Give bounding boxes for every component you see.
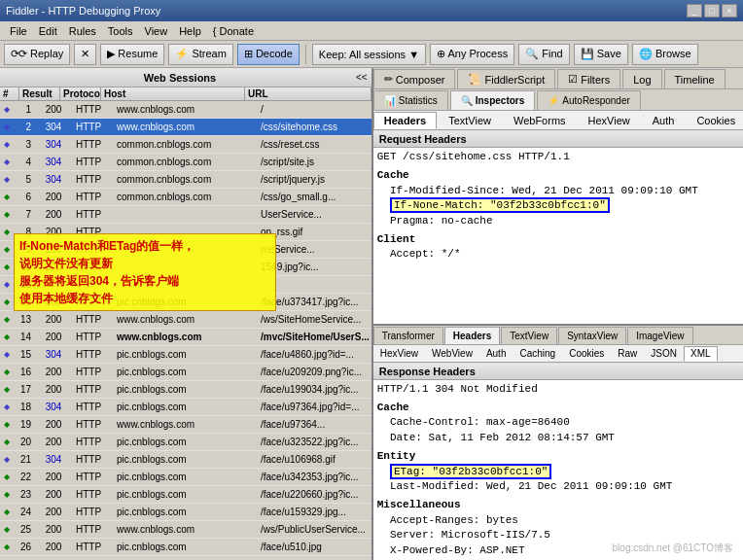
cell-result: 200 <box>33 437 74 447</box>
cell-result: 200 <box>33 192 74 202</box>
cell-protocol: HTTP <box>74 472 115 482</box>
cell-host: www.cnblogs.com <box>115 122 259 132</box>
table-row[interactable]: ◆ 7 200 HTTP UserService... <box>0 206 372 224</box>
save-button[interactable]: 💾 Save <box>574 44 628 65</box>
cell-url: /css/reset.css <box>259 139 372 150</box>
req-tab-webforms[interactable]: WebForms <box>503 112 577 129</box>
resp-tab-auth[interactable]: Auth <box>479 346 513 362</box>
cell-protocol: HTTP <box>74 454 115 465</box>
cell-host: www.cnblogs.com <box>115 524 259 535</box>
cell-protocol: HTTP <box>74 349 115 360</box>
menu-rules[interactable]: Rules <box>63 24 102 38</box>
table-row[interactable]: ◆ 4 304 HTTP common.cnblogs.com /script/… <box>0 154 372 171</box>
table-row[interactable]: ◆ 13 200 HTTP www.cnblogs.com /ws/SiteHo… <box>0 311 372 329</box>
find-button[interactable]: 🔍 Find <box>518 44 569 65</box>
cell-num: 7 <box>14 209 33 220</box>
resp-tab-textview[interactable]: TextView <box>501 327 557 344</box>
tab-log[interactable]: Log <box>622 69 661 88</box>
table-row[interactable]: ◆ 5 304 HTTP common.cnblogs.com /script/… <box>0 171 372 189</box>
stream-button[interactable]: ⚡ Stream <box>168 44 233 65</box>
table-row[interactable]: ◆ 24 200 HTTP pic.cnblogs.com /face/u159… <box>0 504 372 521</box>
table-row[interactable]: ◆ 14 200 HTTP www.cnblogs.com /mvc/SiteH… <box>0 329 372 346</box>
table-row[interactable]: ◆ 6 200 HTTP common.cnblogs.com /css/go_… <box>0 189 372 206</box>
req-tab-headers[interactable]: Headers <box>373 112 437 129</box>
table-row[interactable]: ◆ 21 304 HTTP pic.cnblogs.com /face/u106… <box>0 451 372 469</box>
row-icon: ◆ <box>0 438 14 446</box>
decode-button[interactable]: ⊞ Decode <box>237 44 300 65</box>
menu-edit[interactable]: Edit <box>33 24 63 38</box>
resume-button[interactable]: ▶ Resume <box>100 44 164 65</box>
req-pragma: Pragma: no-cache <box>377 214 743 228</box>
row-icon: ◆ <box>0 262 14 271</box>
keep-sessions-button[interactable]: Keep: All sessions ▼ <box>312 44 426 65</box>
tab-fiddlerscript[interactable]: 📜 FiddlerScript <box>457 69 555 88</box>
table-row[interactable]: ◆ 2 304 HTTP www.cnblogs.com /css/siteho… <box>0 119 372 136</box>
req-tab-auth[interactable]: Auth <box>642 112 686 129</box>
table-row[interactable]: ◆ 23 200 HTTP pic.cnblogs.com /face/u220… <box>0 486 372 504</box>
resp-status-line: HTTP/1.1 304 Not Modified <box>377 382 743 397</box>
any-process-button[interactable]: ⊕ Any Process <box>430 44 514 65</box>
tab-composer[interactable]: ✏ Composer <box>373 69 456 88</box>
window-controls[interactable]: _ □ × <box>687 4 737 18</box>
row-icon: ◆ <box>0 298 14 306</box>
table-row[interactable]: ◆ 15 304 HTTP pic.cnblogs.com /face/u486… <box>0 346 372 364</box>
response-sub-tabs: HexView WebView Auth Caching Cookies Raw… <box>373 345 743 363</box>
table-row[interactable]: ◆ 16 200 HTTP pic.cnblogs.com /face/u209… <box>0 364 372 381</box>
menu-help[interactable]: Help <box>173 24 207 38</box>
resp-tab-raw[interactable]: Raw <box>611 346 644 362</box>
table-row[interactable]: ◆ 3 304 HTTP common.cnblogs.com /css/res… <box>0 136 372 154</box>
tab-timeline[interactable]: Timeline <box>664 69 725 88</box>
menu-view[interactable]: View <box>139 24 174 38</box>
menu-tools[interactable]: Tools <box>102 24 139 38</box>
resp-tab-webview[interactable]: WebView <box>425 346 479 362</box>
resp-tab-syntaxview[interactable]: SyntaxView <box>558 327 626 344</box>
browse-button[interactable]: 🌐 Browse <box>632 44 698 65</box>
menu-donate[interactable]: { Donate <box>207 24 260 38</box>
table-row[interactable]: ◆ 17 200 HTTP pic.cnblogs.com /face/u199… <box>0 381 372 399</box>
maximize-button[interactable]: □ <box>704 4 720 18</box>
collapse-arrow[interactable]: << <box>356 72 368 83</box>
resp-tab-transformer[interactable]: Transformer <box>373 327 443 344</box>
resp-tab-hexview[interactable]: HexView <box>373 346 425 362</box>
table-row[interactable]: ◆ 18 304 HTTP pic.cnblogs.com /face/u973… <box>0 399 372 416</box>
cell-host: pic.cnblogs.com <box>115 437 259 447</box>
row-icon: ◆ <box>0 175 14 184</box>
minimize-button[interactable]: _ <box>687 4 702 18</box>
resp-tab-imageview[interactable]: ImageView <box>627 327 692 344</box>
resp-tab-caching[interactable]: Caching <box>513 346 562 362</box>
table-row[interactable]: ◆ 26 200 HTTP pic.cnblogs.com /face/u510… <box>0 539 372 556</box>
resp-tab-xml[interactable]: XML <box>684 346 718 362</box>
resp-tab-headers[interactable]: Headers <box>444 327 500 344</box>
cell-url: /mvc/SiteHome/UserS... <box>259 332 372 342</box>
toolbar: ⟳ ⟳ Replay ✕ ▶ Resume ⚡ Stream ⊞ Decode … <box>0 41 743 68</box>
cell-protocol: HTTP <box>74 209 115 220</box>
replay-button[interactable]: ⟳ ⟳ Replay <box>4 44 70 65</box>
request-sub-tabs: Headers TextView WebForms HexView Auth C… <box>373 111 743 130</box>
req-tab-cookies[interactable]: Cookies <box>686 112 743 129</box>
delete-button[interactable]: ✕ <box>74 44 96 65</box>
resp-tab-cookies[interactable]: Cookies <box>562 346 611 362</box>
annotation-overlay: If-None-Match和ETag的值一样， 说明文件没有更新 服务器将返回3… <box>14 233 276 311</box>
menu-file[interactable]: File <box>4 24 33 38</box>
tab-inspectors[interactable]: 🔍 Inspectors <box>450 90 536 110</box>
table-row[interactable]: ◆ 20 200 HTTP pic.cnblogs.com /face/u323… <box>0 434 372 451</box>
cell-result: 200 <box>33 104 74 115</box>
tab-statistics[interactable]: 📊 Statistics <box>373 90 448 110</box>
cell-num: 24 <box>14 507 33 517</box>
resp-tab-json[interactable]: JSON <box>644 346 684 362</box>
req-tab-hexview[interactable]: HexView <box>578 112 641 129</box>
sessions-table[interactable]: # Result Protocol Host URL ◆ 1 200 HTTP … <box>0 88 372 560</box>
resp-date: Date: Sat, 11 Feb 2012 08:14:57 GMT <box>377 431 743 445</box>
req-tab-textview[interactable]: TextView <box>438 112 502 129</box>
cell-url: /face/u4860.jpg?id=... <box>259 349 372 360</box>
cell-num: 1 <box>14 104 33 115</box>
table-row[interactable]: ◆ 25 200 HTTP www.cnblogs.com /ws/Public… <box>0 521 372 539</box>
table-row[interactable]: ◆ 19 200 HTTP www.cnblogs.com /face/u973… <box>0 416 372 434</box>
table-row[interactable]: ◆ 22 200 HTTP pic.cnblogs.com /face/u342… <box>0 469 372 486</box>
cell-protocol: HTTP <box>74 384 115 395</box>
tab-autoresponder[interactable]: ⚡ AutoResponder <box>537 90 641 110</box>
response-section-header: Response Headers [Raw] [Header Definitio… <box>373 363 743 380</box>
close-button[interactable]: × <box>722 4 737 18</box>
tab-filters[interactable]: ☑ Filters <box>557 69 620 88</box>
table-row[interactable]: ◆ 1 200 HTTP www.cnblogs.com / <box>0 101 372 119</box>
